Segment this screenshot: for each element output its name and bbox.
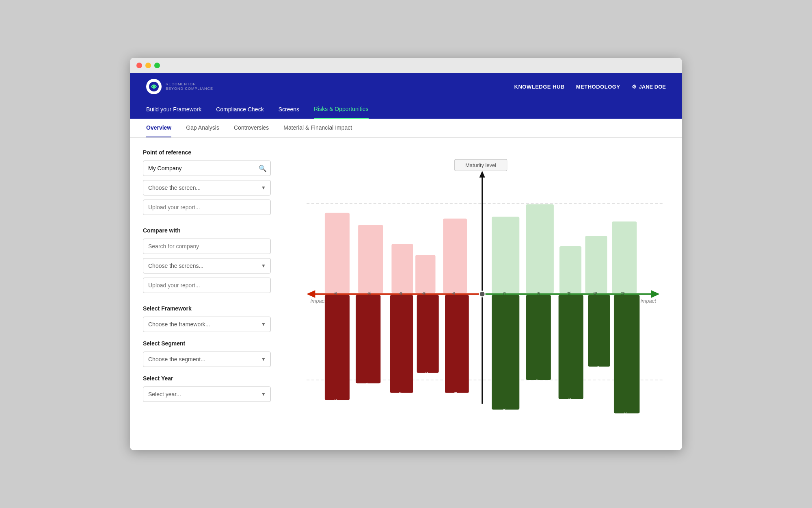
svg-point-12 xyxy=(479,291,485,297)
select-year-wrap: Select year... ▼ xyxy=(143,386,271,402)
svg-text:Regulatory risk: Regulatory risk xyxy=(424,372,429,402)
nav-compliance-check[interactable]: Compliance Check xyxy=(216,100,264,118)
chart-area: Maturity level impact impact xyxy=(284,138,682,450)
svg-text:Interest rate risk: Interest rate risk xyxy=(333,399,338,432)
select-year-label: Select Year xyxy=(143,375,271,382)
main-nav: Build your Framework Compliance Check Sc… xyxy=(146,100,666,119)
choose-screens-wrap: Choose the screens... ▼ xyxy=(143,258,271,274)
compare-with-label: Compare with xyxy=(143,227,271,234)
logo-name: RECOMENTOR xyxy=(166,82,213,87)
browser-window: RECOMENTOR BEYOND COMPLIANCE KNOWLEDGE H… xyxy=(130,58,682,450)
browser-chrome xyxy=(130,58,682,73)
svg-rect-35 xyxy=(526,204,554,293)
svg-text:AI integration in business pro: AI integration in business processes xyxy=(567,398,572,438)
svg-marker-6 xyxy=(479,171,485,177)
svg-rect-47 xyxy=(559,295,583,399)
svg-rect-43 xyxy=(492,295,519,410)
svg-rect-21 xyxy=(443,219,467,293)
svg-text:Gender diversity: Gender diversity xyxy=(595,365,600,399)
choose-framework-select[interactable]: Choose the framework... xyxy=(143,317,271,332)
minimize-button-dot[interactable] xyxy=(145,63,151,68)
search-company-wrap xyxy=(143,239,271,254)
select-year-select[interactable]: Select year... xyxy=(143,386,271,402)
knowledge-hub-link[interactable]: KNOWLEDGE HUB xyxy=(514,84,565,90)
logo-text: RECOMENTOR BEYOND COMPLIANCE xyxy=(166,82,213,91)
svg-rect-33 xyxy=(492,217,519,293)
svg-rect-51 xyxy=(614,295,639,413)
risk-opportunity-chart: Maturity level impact impact xyxy=(292,150,674,438)
choose-framework-wrap: Choose the framework... ▼ xyxy=(143,317,271,332)
subnav-controversies[interactable]: Controversies xyxy=(234,119,269,137)
nav-risks-opportunities[interactable]: Risks & Opportunities xyxy=(314,100,369,119)
subnav-overview[interactable]: Overview xyxy=(146,119,171,137)
search-icon: 🔍 xyxy=(259,165,267,172)
svg-marker-11 xyxy=(651,290,660,298)
gear-icon: ⚙ xyxy=(632,84,637,90)
impact-left-label: impact xyxy=(311,298,326,304)
maximize-button-dot[interactable] xyxy=(154,63,160,68)
svg-rect-45 xyxy=(526,295,551,380)
svg-text:Business continuity risk: Business continuity risk xyxy=(364,382,369,429)
svg-point-1 xyxy=(153,85,155,88)
nav-screens[interactable]: Screens xyxy=(279,100,299,118)
svg-rect-13 xyxy=(325,213,350,293)
logo-tagline: BEYOND COMPLIANCE xyxy=(166,87,213,91)
select-framework-label: Select Framework xyxy=(143,305,271,312)
choose-segment-select[interactable]: Choose the segment... xyxy=(143,352,271,367)
svg-rect-39 xyxy=(585,236,607,293)
svg-rect-23 xyxy=(325,295,350,400)
choose-screen-select[interactable]: Choose the screen... xyxy=(143,180,271,195)
upload-report-input[interactable] xyxy=(143,200,271,215)
point-of-reference-label: Point of reference xyxy=(143,149,271,156)
svg-rect-15 xyxy=(358,225,383,293)
svg-marker-9 xyxy=(307,290,315,298)
subnav-material-financial[interactable]: Material & Financial Impact xyxy=(283,119,352,137)
search-company-input[interactable] xyxy=(143,239,271,254)
sub-nav: Overview Gap Analysis Controversies Mate… xyxy=(130,119,682,138)
my-company-search-wrap: 🔍 xyxy=(143,161,271,176)
svg-text:Green Datacenter: Green Datacenter xyxy=(534,379,539,415)
nav-build-framework[interactable]: Build your Framework xyxy=(146,100,201,118)
logo-area: RECOMENTOR BEYOND COMPLIANCE xyxy=(146,79,213,94)
maturity-level-label: Maturity level xyxy=(465,162,496,168)
logo-icon xyxy=(146,79,162,94)
svg-text:Recession: Recession xyxy=(453,392,458,413)
svg-text:Risk Management Framework: Risk Management Framework xyxy=(501,408,506,438)
svg-text:Indoor air quality: Indoor air quality xyxy=(397,392,402,426)
svg-rect-27 xyxy=(390,295,413,393)
svg-rect-31 xyxy=(445,295,469,393)
header-nav-right: KNOWLEDGE HUB METHODOLOGY ⚙ JANE DOE xyxy=(514,84,666,90)
svg-rect-19 xyxy=(415,255,435,293)
my-company-input[interactable] xyxy=(143,161,271,176)
sidebar: Point of reference 🔍 Choose the screen..… xyxy=(130,138,284,450)
select-segment-label: Select Segment xyxy=(143,340,271,347)
choose-screens-select[interactable]: Choose the screens... xyxy=(143,258,271,274)
user-area: ⚙ JANE DOE xyxy=(632,84,666,90)
main-content: Point of reference 🔍 Choose the screen..… xyxy=(130,138,682,450)
svg-rect-17 xyxy=(391,244,413,293)
svg-rect-29 xyxy=(417,295,439,373)
svg-rect-37 xyxy=(559,246,581,293)
app-header: RECOMENTOR BEYOND COMPLIANCE KNOWLEDGE H… xyxy=(130,73,682,119)
svg-rect-25 xyxy=(356,295,380,383)
subnav-gap-analysis[interactable]: Gap Analysis xyxy=(186,119,219,137)
user-name: JANE DOE xyxy=(639,84,666,90)
svg-rect-49 xyxy=(588,295,610,367)
svg-rect-41 xyxy=(612,221,637,293)
svg-text:Talent Management: Talent Management xyxy=(623,412,628,438)
close-button-dot[interactable] xyxy=(136,63,142,68)
choose-segment-wrap: Choose the segment... ▼ xyxy=(143,352,271,367)
choose-screen-wrap: Choose the screen... ▼ xyxy=(143,180,271,195)
upload-report-2-input[interactable] xyxy=(143,278,271,293)
impact-right-label: impact xyxy=(641,298,657,304)
methodology-link[interactable]: METHODOLOGY xyxy=(576,84,620,90)
